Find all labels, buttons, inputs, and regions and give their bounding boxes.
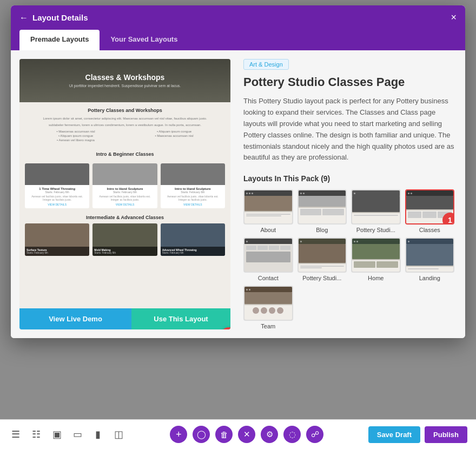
layout-name-pottery-studio: Pottery Studi... bbox=[351, 227, 401, 233]
preview-section-1-text2: sublabeler fermentum, lorem a ultrices c… bbox=[28, 123, 222, 127]
modal-header-left: ← Layout Details bbox=[19, 13, 88, 23]
preview-section-1-text: Lorem ipsum dolor sit amet, consectetur … bbox=[28, 116, 222, 121]
preview-card-2: Intro to Hand Sculpture Starts: February… bbox=[92, 163, 157, 208]
save-draft-button[interactable]: Save Draft bbox=[368, 426, 420, 443]
preview-image: Classes & Workshops Ut porttitor imperdi… bbox=[19, 59, 230, 308]
preview-section-3-title: Intermediate & Advanced Classes bbox=[25, 215, 225, 220]
mobile-icon-btn[interactable]: ▮ bbox=[91, 427, 105, 441]
preview-adv-card-1: Surface Texture Starts: February 6th bbox=[25, 223, 89, 256]
preview-adv-card-2: Mold Making Starts: February 6th bbox=[92, 223, 157, 256]
close-button[interactable]: ✕ bbox=[238, 426, 255, 443]
modal-tabs: Premade Layouts Your Saved Layouts bbox=[11, 30, 465, 50]
layouts-grid: About Blog bbox=[243, 189, 454, 329]
modal-header: ← Layout Details × bbox=[11, 5, 465, 30]
preview-adv-cards: Surface Texture Starts: February 6th Mol… bbox=[25, 223, 225, 256]
bottom-toolbar: ☰ ☷ ▣ ▭ ▮ ◫ + ◯ 🗑 ✕ ⚙ ◌ ☍ Save Draft Pub… bbox=[0, 419, 476, 449]
layout-thumb-pottery-studio2 bbox=[298, 237, 347, 273]
close-icon[interactable]: × bbox=[451, 12, 457, 23]
layout-thumb-home bbox=[351, 237, 401, 273]
badge-1: 1 bbox=[442, 213, 454, 225]
layout-name-blog: Blog bbox=[298, 227, 347, 233]
preview-adv-card-3: Advanced Wheel Throwing Starts: February… bbox=[161, 223, 225, 256]
layout-item-team[interactable]: Team bbox=[243, 286, 293, 329]
layout-name-classes: Classes bbox=[405, 227, 455, 233]
preview-list: • Maecenas accumsan nisl • Aliquam ipsum… bbox=[28, 130, 222, 143]
preview-card-3: Intro to Hand Sculpture Starts: February… bbox=[161, 163, 225, 208]
layout-item-contact[interactable]: Contact bbox=[243, 237, 293, 281]
adjust-button[interactable]: ☍ bbox=[306, 426, 323, 443]
preview-card-2-img bbox=[92, 163, 157, 185]
layout-thumb-classes: 1 bbox=[405, 189, 455, 225]
view-live-demo-button[interactable]: View Live Demo bbox=[19, 308, 131, 329]
layout-thumb-blog bbox=[298, 189, 347, 225]
layout-icon-btn[interactable]: ◫ bbox=[111, 427, 125, 441]
layout-thumb-team bbox=[243, 286, 293, 321]
tab-saved[interactable]: Your Saved Layouts bbox=[100, 30, 188, 50]
preview-panel: Classes & Workshops Ut porttitor imperdi… bbox=[19, 59, 230, 329]
layout-thumb-about bbox=[243, 189, 293, 225]
layout-name-team: Team bbox=[243, 323, 293, 329]
use-this-layout-button[interactable]: Use This Layout bbox=[131, 308, 230, 329]
layout-item-pottery-studio[interactable]: Pottery Studi... bbox=[351, 189, 401, 233]
layout-thumb-landing bbox=[405, 237, 455, 273]
layout-details-modal: ← Layout Details × Premade Layouts Your … bbox=[11, 5, 465, 338]
modal-title: Layout Details bbox=[32, 13, 88, 22]
preview-section-1-title: Pottery Classes and Workshops bbox=[28, 108, 222, 113]
layout-thumb-pottery-studio bbox=[351, 189, 401, 225]
layout-name-contact: Contact bbox=[243, 275, 293, 281]
use-layout-container: Use This Layout 2 bbox=[131, 308, 230, 329]
layout-item-classes[interactable]: 1 Classes bbox=[405, 189, 455, 233]
toolbar-right: Save Draft Publish bbox=[368, 426, 467, 443]
layout-item-landing[interactable]: Landing bbox=[405, 237, 455, 281]
preview-buttons: View Live Demo Use This Layout 2 bbox=[19, 308, 230, 329]
tablet-icon-btn[interactable]: ▭ bbox=[70, 427, 84, 441]
category-badge: Art & Design bbox=[243, 59, 289, 70]
toolbar-left: ☰ ☷ ▣ ▭ ▮ ◫ bbox=[9, 427, 125, 441]
tab-premade[interactable]: Premade Layouts bbox=[19, 30, 100, 50]
info-panel: Art & Design Pottery Studio Classes Page… bbox=[241, 59, 457, 329]
menu-icon-btn[interactable]: ☰ bbox=[9, 427, 23, 441]
layout-item-blog[interactable]: Blog bbox=[298, 189, 347, 233]
pack-title: Layouts In This Pack (9) bbox=[243, 174, 454, 183]
preview-hero: Classes & Workshops Ut porttitor imperdi… bbox=[19, 59, 230, 102]
preview-footer-section: Intermediate & Advanced Classes Surface … bbox=[19, 212, 230, 258]
modal-overlay: ← Layout Details × Premade Layouts Your … bbox=[0, 0, 476, 419]
layout-name-landing: Landing bbox=[405, 275, 455, 281]
layout-thumb-contact bbox=[243, 237, 293, 273]
preview-card-3-img bbox=[161, 163, 225, 185]
layout-item-about[interactable]: About bbox=[243, 189, 293, 233]
preview-card-1-img bbox=[25, 163, 89, 185]
layout-item-home[interactable]: Home bbox=[351, 237, 401, 281]
toolbar-center: + ◯ 🗑 ✕ ⚙ ◌ ☍ bbox=[170, 426, 323, 443]
layout-name-about: About bbox=[243, 227, 293, 233]
modal-body: Classes & Workshops Ut porttitor imperdi… bbox=[11, 50, 465, 338]
layout-item-pottery-studio2[interactable]: Pottery Studi... bbox=[298, 237, 347, 281]
preview-section-2-title: Intro & Beginner Classes bbox=[19, 148, 230, 160]
preview-section-1: Pottery Classes and Workshops Lorem ipsu… bbox=[19, 102, 230, 148]
layout-name-home: Home bbox=[351, 275, 401, 281]
preview-card-1: 1 Time Wheel Throwing Starts: February 6… bbox=[25, 163, 89, 208]
preview-hero-title: Classes & Workshops bbox=[85, 73, 165, 82]
timer-button[interactable]: ◌ bbox=[283, 426, 301, 443]
layout-name-pottery-studio2: Pottery Studi... bbox=[298, 275, 347, 281]
preview-cards-row-1: 1 Time Wheel Throwing Starts: February 6… bbox=[19, 160, 230, 212]
power-button[interactable]: ◯ bbox=[193, 426, 210, 443]
grid-icon-btn[interactable]: ☷ bbox=[29, 427, 43, 441]
publish-button[interactable]: Publish bbox=[425, 426, 467, 443]
monitor-icon-btn[interactable]: ▣ bbox=[50, 427, 64, 441]
back-icon[interactable]: ← bbox=[19, 13, 28, 23]
add-button[interactable]: + bbox=[170, 426, 187, 443]
preview-hero-text: Ut porttitor imperdiet hendrerit. Suspen… bbox=[69, 83, 181, 88]
delete-button[interactable]: 🗑 bbox=[215, 426, 233, 443]
layout-description: This Pottery Studio layout pack is perfe… bbox=[243, 96, 454, 163]
settings-button[interactable]: ⚙ bbox=[261, 426, 278, 443]
layout-title: Pottery Studio Classes Page bbox=[243, 75, 454, 89]
